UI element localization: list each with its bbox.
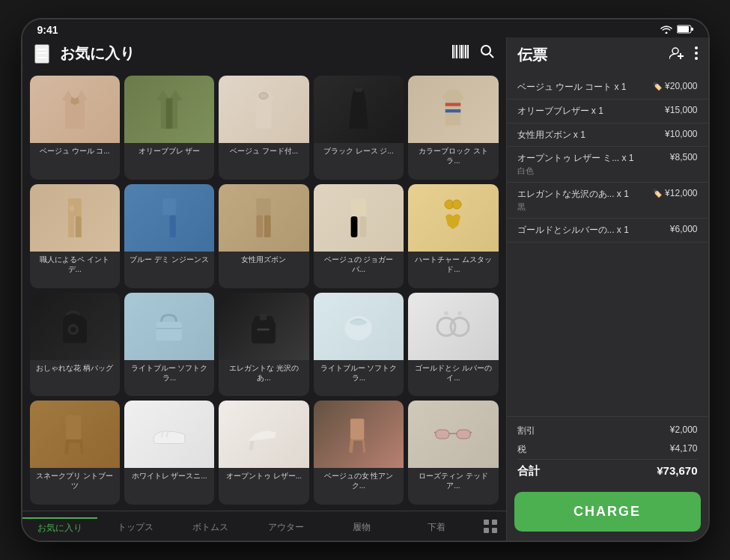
- receipt-item[interactable]: エレガントな光沢のあ... x 1 🏷️¥12,000 黒: [507, 183, 708, 219]
- product-card[interactable]: 女性用ズボン: [219, 184, 308, 288]
- receipt-item-row: オープントゥ レザー ミ... x 1 ¥8,500: [517, 152, 698, 165]
- product-card[interactable]: エレガントな 光沢のあ...: [219, 293, 308, 397]
- total-row: 合計 ¥73,670: [517, 459, 698, 483]
- product-label: ベージュ ウール コ...: [30, 143, 120, 159]
- receipt-item-name: オリーブブレザー x 1: [517, 105, 663, 118]
- tax-row: 税 ¥4,170: [517, 440, 698, 459]
- receipt-header-icons: [669, 46, 698, 64]
- svg-rect-22: [162, 198, 176, 215]
- product-label: カラーブロック ストラ...: [408, 143, 498, 169]
- tab-tops[interactable]: トップス: [97, 518, 173, 537]
- receipt-item-price: ¥6,000: [670, 224, 698, 234]
- product-card[interactable]: 職人によるペ イント デ...: [30, 184, 120, 288]
- svg-point-0: [665, 31, 667, 34]
- product-image: [219, 401, 308, 468]
- svg-rect-9: [463, 45, 464, 58]
- receipt-item-row: エレガントな光沢のあ... x 1 🏷️¥12,000: [517, 188, 698, 201]
- product-card[interactable]: オープントゥ レザー...: [219, 401, 308, 505]
- barcode-scan-button[interactable]: [452, 45, 469, 62]
- product-card[interactable]: ベージュの女 性アンク...: [314, 401, 404, 505]
- more-options-button[interactable]: [695, 46, 698, 64]
- receipt-item[interactable]: 女性用ズボン x 1 ¥10,000: [507, 124, 708, 147]
- receipt-item[interactable]: ゴールドとシルバーの... x 1 ¥6,000: [507, 219, 708, 243]
- discount-value: ¥2,000: [670, 424, 698, 437]
- product-card[interactable]: ベージュ ウール コ...: [30, 76, 120, 180]
- grid-view-icon[interactable]: [475, 520, 506, 536]
- product-label: おしゃれな花 柄バッグ: [30, 360, 120, 377]
- svg-rect-11: [467, 45, 469, 58]
- receipt-item-price: ¥8,500: [670, 152, 698, 162]
- menu-button[interactable]: ☰: [34, 44, 49, 64]
- svg-rect-28: [350, 198, 366, 216]
- tab-outerwear[interactable]: アウター: [249, 518, 324, 537]
- product-card[interactable]: ゴールドとシ ルバーのイ...: [408, 293, 498, 397]
- product-card[interactable]: ブラック レース ジ...: [314, 76, 404, 180]
- receipt-item-price: ¥15,000: [665, 105, 697, 115]
- product-card[interactable]: ブルー デミ ンジーンス: [124, 184, 214, 288]
- status-time: 9:41: [37, 24, 58, 36]
- product-card[interactable]: ハートチャー ムスタッド...: [408, 184, 498, 288]
- page-title: お気に入り: [60, 43, 442, 64]
- receipt-item[interactable]: オープントゥ レザー ミ... x 1 ¥8,500 白色: [507, 147, 708, 183]
- product-card[interactable]: おしゃれな花 柄バッグ: [30, 293, 120, 397]
- product-image: [124, 184, 214, 252]
- svg-rect-24: [170, 215, 176, 237]
- svg-rect-14: [166, 98, 173, 128]
- charge-button[interactable]: CHARGE: [514, 492, 701, 532]
- svg-rect-27: [264, 215, 271, 237]
- product-card[interactable]: ライトブルー ソフトクラ...: [124, 293, 214, 397]
- product-image: [219, 76, 308, 143]
- product-image: [30, 293, 120, 360]
- receipt-item-sub: 白色: [517, 165, 698, 177]
- product-card[interactable]: ライトブルー ソフトクラ...: [314, 293, 404, 397]
- product-label: スネークプリ ントブーツ: [30, 468, 120, 494]
- tax-label: 税: [517, 443, 526, 456]
- wifi-icon: [660, 25, 672, 36]
- product-image: [124, 76, 214, 143]
- receipt-item[interactable]: ベージュ ウール コート x 1 🏷️¥20,000: [507, 76, 708, 100]
- product-image: [314, 401, 404, 468]
- svg-rect-8: [460, 45, 463, 58]
- receipt-item-price: 🏷️¥12,000: [653, 188, 697, 198]
- svg-rect-4: [452, 45, 454, 58]
- product-label: ゴールドとシ ルバーのイ...: [408, 360, 498, 386]
- svg-rect-30: [359, 216, 366, 237]
- product-image: [314, 76, 404, 143]
- receipt-item-row: ベージュ ウール コート x 1 🏷️¥20,000: [517, 81, 698, 94]
- svg-point-42: [451, 317, 469, 335]
- svg-point-59: [695, 46, 698, 49]
- receipt-item[interactable]: オリーブブレザー x 1 ¥15,000: [507, 100, 708, 124]
- svg-rect-10: [465, 45, 466, 58]
- svg-rect-45: [66, 416, 81, 439]
- tab-bottoms[interactable]: ボトムス: [173, 518, 249, 537]
- product-card[interactable]: スネークプリ ントブーツ: [30, 401, 120, 505]
- product-image: [219, 184, 308, 252]
- product-card[interactable]: ベージュ フード付...: [219, 76, 308, 180]
- svg-rect-25: [257, 198, 271, 215]
- tab-bar: お気に入りトップスボトムスアウター履物下着: [22, 511, 506, 541]
- svg-rect-48: [457, 430, 470, 439]
- product-label: ブラック レース ジ...: [314, 143, 404, 159]
- product-label: ライトブルー ソフトクラ...: [314, 360, 404, 386]
- search-button[interactable]: [481, 45, 494, 62]
- receipt-panel: 伝票: [506, 37, 708, 541]
- battery-icon: [677, 25, 693, 36]
- product-image: [408, 76, 498, 143]
- product-card[interactable]: ローズティン テッド ア...: [408, 401, 498, 505]
- add-customer-button[interactable]: [669, 46, 684, 64]
- tab-footwear[interactable]: 履物: [323, 518, 399, 537]
- receipt-item-sub: 黒: [517, 201, 698, 213]
- product-card[interactable]: ホワイトレ ザースニ...: [124, 401, 214, 505]
- svg-rect-5: [454, 45, 455, 58]
- receipt-item-name: オープントゥ レザー ミ... x 1: [517, 152, 667, 165]
- total-label: 合計: [517, 464, 540, 478]
- svg-point-40: [350, 320, 367, 325]
- svg-rect-19: [68, 216, 74, 237]
- receipt-items: ベージュ ウール コート x 1 🏷️¥20,000 オリーブブレザー x 1 …: [507, 73, 708, 416]
- tab-underwear[interactable]: 下着: [399, 518, 475, 537]
- product-card[interactable]: オリーブブレ ザー: [124, 76, 214, 180]
- product-card[interactable]: ベージュの ジョガーパ...: [314, 184, 404, 288]
- product-card[interactable]: カラーブロック ストラ...: [408, 76, 498, 180]
- tab-favorites[interactable]: お気に入り: [22, 517, 98, 538]
- receipt-item-name: 女性用ズボン x 1: [517, 129, 663, 141]
